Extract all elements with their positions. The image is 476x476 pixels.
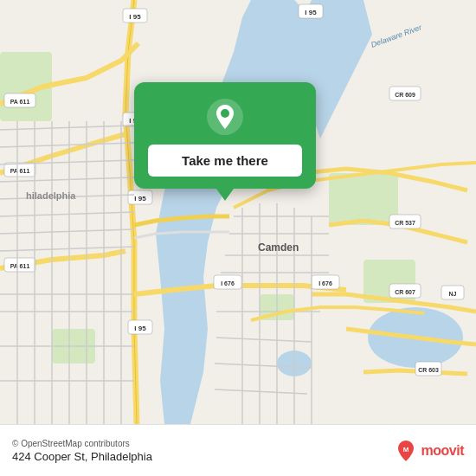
svg-text:CR 607: CR 607 xyxy=(395,289,415,295)
location-popup: Take me there xyxy=(134,82,316,189)
moovit-icon: M xyxy=(394,439,418,463)
svg-text:I 676: I 676 xyxy=(221,280,235,286)
attribution-text: © OpenStreetMap contributors xyxy=(12,439,152,448)
svg-text:NJ: NJ xyxy=(449,291,457,297)
svg-text:CR 609: CR 609 xyxy=(395,92,415,98)
svg-text:Camden: Camden xyxy=(258,241,299,254)
address-text: 424 Cooper St, Philadelphia xyxy=(12,450,152,463)
svg-text:PA 611: PA 611 xyxy=(10,99,30,105)
footer: © OpenStreetMap contributors 424 Cooper … xyxy=(0,424,476,476)
svg-text:I 95: I 95 xyxy=(134,325,146,332)
svg-point-76 xyxy=(221,109,229,118)
svg-text:M: M xyxy=(402,446,408,453)
moovit-brand-text: moovit xyxy=(421,443,464,459)
svg-text:hiladelphia: hiladelphia xyxy=(26,190,76,201)
svg-rect-6 xyxy=(329,173,398,225)
map-container: I 95 I 95 I 95 I 95 PA 611 PA 611 PA 611… xyxy=(0,0,476,424)
svg-text:PA 611: PA 611 xyxy=(10,263,30,269)
svg-text:CR 537: CR 537 xyxy=(395,220,415,226)
svg-text:I 95: I 95 xyxy=(129,13,141,21)
svg-text:PA 611: PA 611 xyxy=(10,168,30,174)
footer-info: © OpenStreetMap contributors 424 Cooper … xyxy=(12,439,152,463)
take-me-there-button[interactable]: Take me there xyxy=(148,145,302,177)
map-background: I 95 I 95 I 95 I 95 PA 611 PA 611 PA 611… xyxy=(0,0,476,424)
svg-text:CR 603: CR 603 xyxy=(418,367,439,373)
pin-icon xyxy=(206,98,244,136)
svg-text:I 676: I 676 xyxy=(318,280,332,286)
svg-text:I 95: I 95 xyxy=(134,195,146,203)
moovit-logo: M moovit xyxy=(394,439,464,463)
svg-text:I 95: I 95 xyxy=(305,9,317,16)
